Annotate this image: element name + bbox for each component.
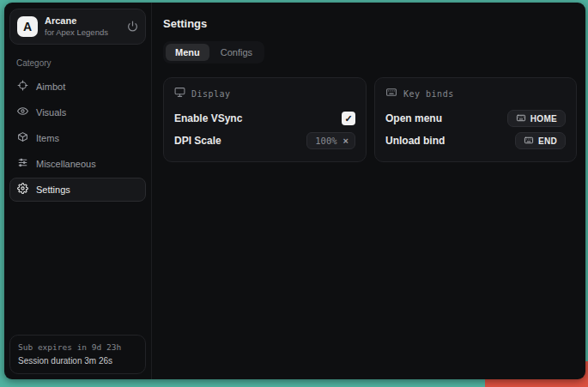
app-window: A Arcane for Apex Legends Category Aimbo… (4, 3, 585, 379)
open-menu-bind-button[interactable]: HOME (507, 110, 566, 127)
sidebar-item-settings[interactable]: Settings (9, 178, 146, 202)
keyboard-icon (516, 111, 526, 126)
settings-cards: Display Enable VSync ✓ DPI Scale 100% × (163, 77, 577, 162)
display-card: Display Enable VSync ✓ DPI Scale 100% × (163, 77, 367, 162)
keyboard-icon (385, 86, 397, 101)
brand-card: A Arcane for Apex Legends (9, 9, 146, 45)
session-info-card: Sub expires in 9d 23h Session duration 3… (9, 335, 146, 374)
sidebar: A Arcane for Apex Legends Category Aimbo… (4, 3, 152, 379)
sidebar-item-label: Miscellaneous (36, 159, 96, 169)
vsync-checkbox[interactable]: ✓ (342, 112, 355, 125)
sidebar-nav: Aimbot Visuals Items (9, 75, 146, 202)
tab-configs[interactable]: Configs (211, 44, 262, 61)
unload-bind-row: Unload bind END (385, 130, 566, 152)
app-logo: A (17, 16, 38, 37)
main-content: Settings Menu Configs Display Enable VSy… (152, 3, 585, 379)
sidebar-item-aimbot[interactable]: Aimbot (9, 75, 146, 99)
sidebar-item-label: Settings (36, 184, 70, 195)
sidebar-item-visuals[interactable]: Visuals (9, 100, 146, 124)
keybinds-card-header: Key binds (385, 86, 566, 101)
session-duration-text: Session duration 3m 26s (18, 354, 137, 368)
open-menu-row: Open menu HOME (385, 107, 566, 130)
page-title: Settings (163, 17, 577, 30)
app-subtitle: for Apex Legends (45, 27, 120, 38)
keybinds-card-title: Key binds (403, 89, 454, 99)
sub-expiry-text: Sub expires in 9d 23h (18, 342, 137, 354)
dpi-label: DPI Scale (174, 135, 221, 147)
tab-bar: Menu Configs (163, 41, 264, 63)
sidebar-item-label: Items (36, 133, 59, 143)
crosshair-icon (17, 80, 28, 93)
brand-text: Arcane for Apex Legends (45, 15, 120, 38)
sidebar-item-label: Visuals (36, 107, 66, 118)
sidebar-item-label: Aimbot (36, 82, 65, 92)
clear-icon[interactable]: × (343, 136, 349, 146)
box-icon (17, 131, 28, 144)
unload-bind-button[interactable]: END (515, 132, 566, 149)
keyboard-icon (524, 133, 534, 148)
gear-icon (17, 183, 28, 196)
category-label: Category (16, 58, 146, 68)
sliders-icon (17, 157, 28, 170)
keybinds-card: Key binds Open menu HOME Unload bin (374, 77, 577, 162)
eye-icon (17, 106, 28, 118)
app-name: Arcane (45, 15, 120, 27)
monitor-icon (174, 86, 185, 101)
power-icon[interactable] (127, 21, 138, 32)
dpi-scale-input[interactable]: 100% × (306, 132, 355, 149)
open-menu-key: HOME (530, 114, 557, 124)
sidebar-item-items[interactable]: Items (9, 126, 146, 150)
unload-bind-label: Unload bind (385, 135, 445, 147)
tab-menu[interactable]: Menu (166, 44, 209, 61)
open-menu-label: Open menu (385, 112, 442, 124)
dpi-row: DPI Scale 100% × (174, 130, 355, 152)
display-card-title: Display (191, 89, 231, 99)
dpi-scale-value: 100% (315, 136, 336, 146)
vsync-row: Enable VSync ✓ (174, 107, 355, 130)
display-card-header: Display (174, 86, 355, 101)
vsync-label: Enable VSync (174, 112, 242, 124)
unload-bind-key: END (538, 136, 557, 146)
sidebar-item-miscellaneous[interactable]: Miscellaneous (9, 152, 146, 176)
